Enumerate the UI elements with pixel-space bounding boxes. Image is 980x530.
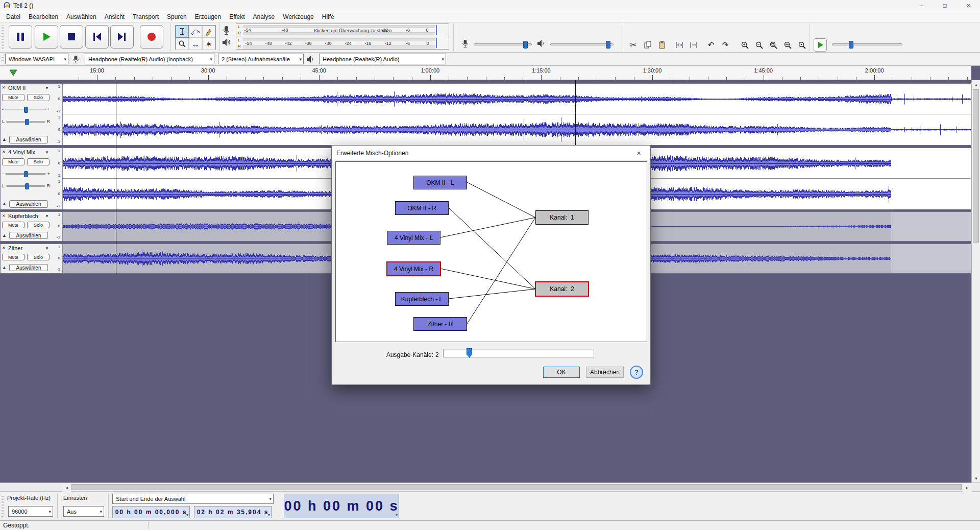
copy-button[interactable]: [641, 38, 654, 52]
mixer-input-node-3[interactable]: 4 Vinyl Mix - R: [387, 262, 440, 276]
skip-to-start-button[interactable]: [85, 25, 109, 49]
track-name-menu[interactable]: Zither ▼: [8, 245, 49, 252]
snap-to-select[interactable]: Aus ▾: [63, 506, 104, 517]
waveform-canvas-right[interactable]: [63, 114, 971, 145]
gain-thumb[interactable]: [24, 107, 28, 113]
solo-button[interactable]: Solo: [27, 158, 50, 165]
select-track-button[interactable]: Auswählen: [9, 232, 48, 239]
mixer-input-node-1[interactable]: OKM II - R: [395, 201, 449, 215]
zoom-out-button[interactable]: [752, 38, 766, 52]
pan-thumb[interactable]: [25, 183, 29, 189]
waveform-canvas-left[interactable]: [63, 84, 971, 114]
horizontal-scroll-thumb[interactable]: [71, 484, 962, 490]
project-rate-select[interactable]: 96000 ▾: [8, 506, 53, 517]
play-button[interactable]: [35, 25, 58, 49]
draw-tool-button[interactable]: [202, 26, 215, 38]
mute-button[interactable]: Mute: [2, 222, 24, 228]
collapse-icon[interactable]: ▲: [2, 265, 7, 270]
solo-button[interactable]: Solo: [27, 94, 50, 101]
toolbar-grip[interactable]: [2, 56, 4, 62]
playback-volume-thumb[interactable]: [606, 41, 610, 49]
play-at-speed-button[interactable]: [814, 38, 827, 52]
horizontal-scrollbar[interactable]: ◂ ▸: [0, 483, 980, 491]
scroll-right-icon[interactable]: ▸: [963, 483, 971, 492]
recording-volume-thumb[interactable]: [523, 41, 528, 49]
menu-item-erzeugen[interactable]: Erzeugen: [191, 11, 225, 22]
output-channels-thumb[interactable]: [467, 348, 472, 358]
recording-device-select[interactable]: Headphone (Realtek(R) Audio) (loopback) …: [85, 54, 214, 64]
recording-channels-select[interactable]: 2 (Stereo) Aufnahmekanäle ▾: [218, 54, 304, 64]
track-name-menu[interactable]: 4 Vinyl Mix ▼: [8, 149, 49, 156]
undo-button[interactable]: ↶: [704, 38, 718, 52]
select-track-button[interactable]: Auswählen: [9, 200, 48, 208]
select-track-button[interactable]: Auswählen: [9, 136, 48, 143]
vertical-scrollbar[interactable]: ▴ ▾: [971, 80, 980, 483]
mixer-output-node-1[interactable]: Kanal: 2: [535, 282, 589, 296]
collapse-icon[interactable]: ▲: [2, 137, 7, 142]
recording-meter[interactable]: L R -54-48Klicken um Überwachung zu star…: [236, 23, 449, 36]
menu-item-bearbeiten[interactable]: Bearbeiten: [24, 11, 62, 22]
zoom-tool-button[interactable]: [176, 38, 189, 50]
zoom-in-button[interactable]: [738, 38, 751, 52]
envelope-tool-button[interactable]: [189, 26, 202, 38]
track-name-menu[interactable]: OKM II ▼: [8, 84, 49, 91]
help-button[interactable]: ?: [630, 366, 643, 379]
toolbar-grip[interactable]: [2, 495, 4, 517]
play-speed-slider[interactable]: [832, 43, 902, 45]
timeshift-tool-button[interactable]: ↔: [189, 38, 202, 50]
select-track-button[interactable]: Auswählen: [9, 264, 48, 271]
solo-button[interactable]: Solo: [27, 254, 50, 260]
play-speed-thumb[interactable]: [849, 41, 853, 49]
scroll-down-icon[interactable]: ▾: [972, 474, 980, 483]
playback-meter[interactable]: L R -54-48-42-36-30-24-18-12-60: [236, 37, 449, 50]
menu-item-spuren[interactable]: Spuren: [163, 11, 191, 22]
record-button[interactable]: [140, 25, 163, 49]
scroll-left-icon[interactable]: ◂: [62, 483, 71, 492]
gain-groove[interactable]: [5, 173, 46, 175]
selection-end-time[interactable]: 02 h 02 m 35,904 s ▾: [194, 506, 272, 518]
dialog-close-button[interactable]: ×: [627, 146, 650, 160]
solo-button[interactable]: Solo: [27, 222, 50, 228]
selection-tool-button[interactable]: [176, 26, 189, 38]
silence-audio-button[interactable]: [687, 38, 700, 52]
playback-volume-slider[interactable]: [550, 43, 614, 45]
scroll-up-icon[interactable]: ▴: [972, 80, 980, 89]
gain-slider[interactable]: - +: [2, 105, 50, 113]
mixer-input-node-2[interactable]: 4 Vinyl Mix - L: [387, 231, 440, 245]
mute-button[interactable]: Mute: [2, 254, 24, 260]
zoom-selection-button[interactable]: [767, 38, 780, 52]
menu-item-ansicht[interactable]: Ansicht: [101, 11, 129, 22]
cut-button[interactable]: ✂: [627, 38, 640, 52]
redo-button[interactable]: ↷: [719, 38, 732, 52]
maximize-button[interactable]: □: [933, 0, 957, 11]
gain-groove[interactable]: [5, 109, 46, 110]
menu-item-auswählen[interactable]: Auswählen: [62, 11, 101, 22]
gain-slider[interactable]: - +: [2, 170, 50, 178]
stop-button[interactable]: [60, 25, 83, 49]
audio-host-select[interactable]: Windows WASAPI ▾: [5, 54, 68, 64]
pan-groove[interactable]: [6, 185, 45, 187]
zoom-toggle-button[interactable]: [795, 38, 808, 52]
pause-button[interactable]: [9, 25, 32, 49]
close-button[interactable]: ×: [957, 0, 980, 11]
track-close-icon[interactable]: ×: [2, 245, 5, 251]
minimize-button[interactable]: –: [910, 0, 933, 11]
pan-slider[interactable]: L R: [2, 117, 50, 126]
selection-start-time[interactable]: 00 h 00 m 00,000 s ▾: [112, 506, 190, 518]
mute-button[interactable]: Mute: [2, 158, 24, 165]
ok-button[interactable]: OK: [543, 367, 580, 378]
collapse-icon[interactable]: ▲: [2, 233, 7, 238]
track-close-icon[interactable]: ×: [2, 84, 5, 91]
menu-item-analyse[interactable]: Analyse: [249, 11, 279, 22]
mixer-input-node-4[interactable]: Kupferblech - L: [395, 292, 449, 306]
skip-to-end-button[interactable]: [110, 25, 134, 49]
pan-thumb[interactable]: [25, 119, 29, 125]
mute-button[interactable]: Mute: [2, 94, 24, 101]
mixer-output-node-0[interactable]: Kanal: 1: [535, 210, 589, 225]
monitoring-message[interactable]: Klicken um Überwachung zu starten: [314, 28, 391, 33]
timeline-pin-icon[interactable]: [9, 69, 17, 76]
menu-item-transport[interactable]: Transport: [129, 11, 163, 22]
menu-item-werkzeuge[interactable]: Werkzeuge: [279, 11, 317, 22]
recording-volume-slider[interactable]: [474, 43, 532, 45]
audio-position-display[interactable]: 00 h 00 m 00 s ▾: [284, 494, 399, 518]
